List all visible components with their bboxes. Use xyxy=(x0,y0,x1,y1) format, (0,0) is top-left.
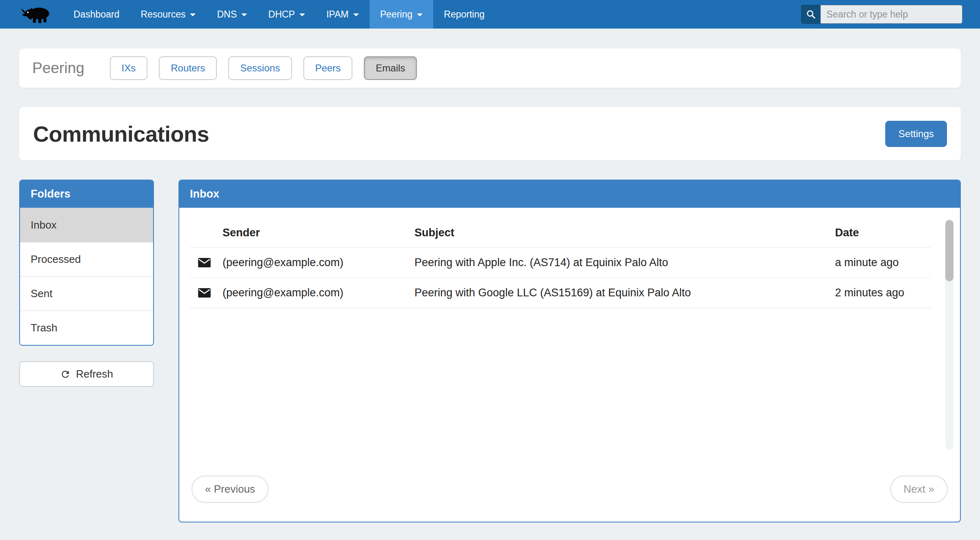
folder-item-trash[interactable]: Trash xyxy=(20,311,153,345)
mail-row[interactable]: (peering@example.com) Peering with Googl… xyxy=(190,278,931,308)
page-title: Communications xyxy=(33,121,209,147)
mail-sender: (peering@example.com) xyxy=(223,278,414,308)
column-header-icon xyxy=(190,218,223,248)
peering-toolbar: Peering IXs Routers Sessions Peers Email… xyxy=(19,49,961,88)
rhino-logo-icon xyxy=(21,4,52,24)
pagination: « Previous Next » xyxy=(179,476,960,522)
caret-down-icon xyxy=(241,13,247,16)
folders-panel-header: Folders xyxy=(20,180,153,208)
tab-ixs[interactable]: IXs xyxy=(110,56,148,80)
nav-item-dhcp[interactable]: DHCP xyxy=(258,0,316,29)
main-content: Folders Inbox Processed Sent Trash Refre… xyxy=(19,180,961,522)
nav-label: Dashboard xyxy=(74,9,120,20)
section-title: Peering xyxy=(32,60,85,77)
nav-label: Reporting xyxy=(444,9,485,20)
nav-item-ipam[interactable]: IPAM xyxy=(316,0,370,29)
caret-down-icon xyxy=(417,13,423,16)
search-icon[interactable] xyxy=(801,5,820,24)
caret-down-icon xyxy=(353,13,359,16)
mail-table: Sender Subject Date xyxy=(190,218,931,308)
communications-header: Communications Settings xyxy=(19,107,961,160)
inbox-column: Inbox Sender Subject Date xyxy=(178,180,961,522)
nav-item-peering[interactable]: Peering xyxy=(370,0,433,29)
envelope-icon xyxy=(198,258,211,267)
caret-down-icon xyxy=(299,13,305,16)
settings-button[interactable]: Settings xyxy=(885,121,947,147)
refresh-button[interactable]: Refresh xyxy=(19,361,154,387)
tab-emails[interactable]: Emails xyxy=(364,56,417,80)
nav-label: DNS xyxy=(217,9,237,20)
nav-item-resources[interactable]: Resources xyxy=(130,0,207,29)
folder-item-processed[interactable]: Processed xyxy=(20,242,153,276)
column-header-sender: Sender xyxy=(223,218,414,248)
next-page-button[interactable]: Next » xyxy=(890,476,948,503)
folder-item-inbox[interactable]: Inbox xyxy=(20,208,153,242)
scrollbar-track[interactable] xyxy=(945,219,953,450)
nav-item-dns[interactable]: DNS xyxy=(206,0,258,29)
tab-peers[interactable]: Peers xyxy=(303,56,353,80)
global-search xyxy=(801,5,962,24)
main-nav: Dashboard Resources DNS DHCP IPAM Peerin… xyxy=(63,0,495,29)
column-header-subject: Subject xyxy=(414,218,835,248)
nav-item-dashboard[interactable]: Dashboard xyxy=(63,0,130,29)
caret-down-icon xyxy=(190,13,196,16)
top-navbar: Dashboard Resources DNS DHCP IPAM Peerin… xyxy=(0,0,980,29)
column-header-date: Date xyxy=(835,218,931,248)
mail-row[interactable]: (peering@example.com) Peering with Apple… xyxy=(190,248,931,278)
refresh-label: Refresh xyxy=(76,368,113,380)
tab-routers[interactable]: Routers xyxy=(159,56,217,80)
inbox-panel: Inbox Sender Subject Date xyxy=(178,180,961,522)
mail-date: 2 minutes ago xyxy=(835,278,931,308)
folders-panel: Folders Inbox Processed Sent Trash xyxy=(19,180,154,346)
mail-table-header-row: Sender Subject Date xyxy=(190,218,931,248)
app-logo[interactable] xyxy=(21,4,52,24)
envelope-icon xyxy=(198,288,211,298)
folder-item-sent[interactable]: Sent xyxy=(20,276,153,311)
previous-page-button[interactable]: « Previous xyxy=(192,476,269,503)
nav-label: DHCP xyxy=(268,9,295,20)
folders-column: Folders Inbox Processed Sent Trash Refre… xyxy=(19,180,154,387)
search-input[interactable] xyxy=(820,5,962,24)
inbox-body: Sender Subject Date xyxy=(179,208,960,476)
refresh-icon xyxy=(60,369,71,380)
tab-sessions[interactable]: Sessions xyxy=(228,56,292,80)
mail-sender: (peering@example.com) xyxy=(223,248,414,278)
nav-item-reporting[interactable]: Reporting xyxy=(433,0,495,29)
nav-label: IPAM xyxy=(326,9,349,20)
mail-subject: Peering with Google LLC (AS15169) at Equ… xyxy=(414,278,835,308)
mail-subject: Peering with Apple Inc. (AS714) at Equin… xyxy=(414,248,835,278)
scrollbar-thumb[interactable] xyxy=(945,220,953,281)
mail-date: a minute ago xyxy=(835,248,931,278)
inbox-panel-header: Inbox xyxy=(179,180,960,208)
nav-label: Peering xyxy=(380,9,412,20)
nav-label: Resources xyxy=(141,9,186,20)
